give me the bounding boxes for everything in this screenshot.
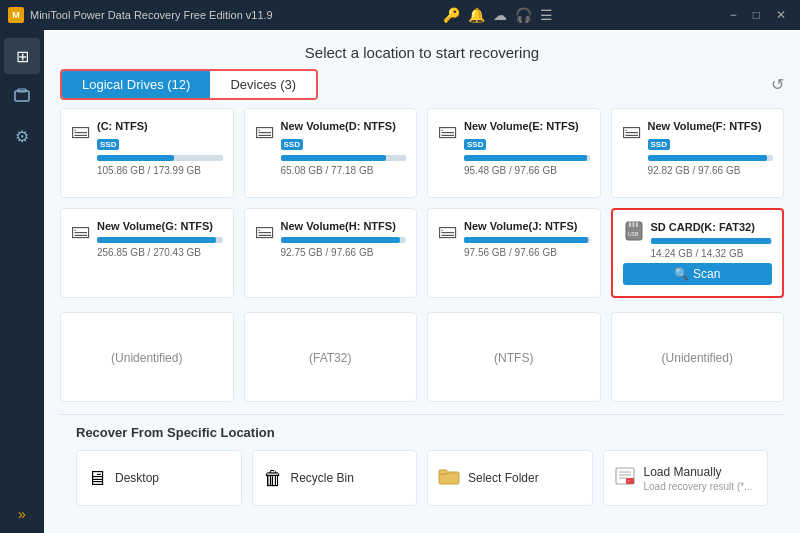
refresh-button[interactable]: ↺: [771, 75, 784, 94]
bell-icon[interactable]: 🔔: [468, 7, 485, 23]
drive-size-e: 95.48 GB / 97.66 GB: [464, 165, 590, 176]
ssd-badge-e: SSD: [464, 139, 486, 150]
drives-grid: 🖴 (C: NTFS) SSD 105.86 GB / 173.99 GB: [60, 108, 784, 298]
drive-icon-h: 🖴: [255, 219, 275, 242]
load-manually-label: Load Manually: [644, 465, 753, 479]
svg-rect-5: [636, 222, 638, 227]
drive-bar-bg-k: [651, 238, 773, 244]
drive-size-c: 105.86 GB / 173.99 GB: [97, 165, 223, 176]
specific-card-recycle-bin[interactable]: 🗑 Recycle Bin: [252, 450, 418, 506]
title-bar-icons: 🔑 🔔 ☁ 🎧 ☰: [443, 7, 553, 23]
section-divider: [60, 414, 784, 415]
app-body: ⊞ ⚙ » Select a location to start recover…: [0, 30, 800, 533]
drive-name-f: New Volume(F: NTFS): [648, 119, 774, 133]
scan-button[interactable]: 🔍 Scan: [623, 263, 773, 285]
drive-bar-bg-f: [648, 155, 774, 161]
drive-card-f[interactable]: 🖴 New Volume(F: NTFS) SSD 92.82 GB / 97.…: [611, 108, 785, 198]
desktop-label: Desktop: [115, 471, 159, 485]
window-controls: − □ ✕: [724, 6, 792, 24]
minimize-button[interactable]: −: [724, 6, 743, 24]
drive-card-h[interactable]: 🖴 New Volume(H: NTFS) 92.75 GB / 97.66 G…: [244, 208, 418, 298]
drive-bar-fill-k: [651, 238, 771, 244]
ntfs-label: (NTFS): [494, 351, 533, 365]
drive-card-unidentified-1[interactable]: (Unidentified): [60, 312, 234, 402]
unidentified-label-2: (Unidentified): [662, 351, 733, 365]
drive-card-unidentified-2[interactable]: (Unidentified): [611, 312, 785, 402]
drive-name-c: (C: NTFS): [97, 119, 223, 133]
drive-card-j[interactable]: 🖴 New Volume(J: NTFS) 97.56 GB / 97.66 G…: [427, 208, 601, 298]
specific-card-desktop[interactable]: 🖥 Desktop: [76, 450, 242, 506]
recycle-bin-icon: 🗑: [263, 467, 283, 490]
drive-bar-fill-c: [97, 155, 174, 161]
specific-card-load-manually[interactable]: ↑ Load Manually Load recovery result (*.…: [603, 450, 769, 506]
svg-rect-8: [439, 470, 447, 474]
page-header: Select a location to start recovering: [44, 30, 800, 69]
drive-card-k[interactable]: USB SD CARD(K: FAT32) 14.24 GB / 14.32 G…: [611, 208, 785, 298]
drive-bar-fill-h: [281, 237, 400, 243]
drive-card-g[interactable]: 🖴 New Volume(G: NTFS) 256.85 GB / 270.43…: [60, 208, 234, 298]
svg-rect-4: [632, 222, 634, 227]
ssd-badge-f: SSD: [648, 139, 670, 150]
drive-icon-d: 🖴: [255, 119, 275, 142]
drive-size-k: 14.24 GB / 14.32 GB: [651, 248, 773, 259]
expand-button[interactable]: »: [18, 506, 26, 522]
drive-icon-c: 🖴: [71, 119, 91, 142]
drive-bar-bg-c: [97, 155, 223, 161]
desktop-icon: 🖥: [87, 467, 107, 490]
headphone-icon[interactable]: 🎧: [515, 7, 532, 23]
tab-devices[interactable]: Devices (3): [210, 71, 316, 98]
drive-name-h: New Volume(H: NTFS): [281, 219, 407, 233]
drive-card-c[interactable]: 🖴 (C: NTFS) SSD 105.86 GB / 173.99 GB: [60, 108, 234, 198]
menu-icon[interactable]: ☰: [540, 7, 553, 23]
specific-location-title: Recover From Specific Location: [76, 425, 768, 440]
drive-card-fat32[interactable]: (FAT32): [244, 312, 418, 402]
drive-name-k: SD CARD(K: FAT32): [651, 220, 773, 234]
svg-text:USB: USB: [628, 231, 639, 237]
app-title: MiniTool Power Data Recovery Free Editio…: [30, 9, 273, 21]
select-folder-label: Select Folder: [468, 471, 539, 485]
drive-name-j: New Volume(J: NTFS): [464, 219, 590, 233]
drive-card-d[interactable]: 🖴 New Volume(D: NTFS) SSD 65.08 GB / 77.…: [244, 108, 418, 198]
page-title: Select a location to start recovering: [305, 44, 539, 61]
drives-section: 🖴 (C: NTFS) SSD 105.86 GB / 173.99 GB: [44, 108, 800, 533]
sidebar-item-recover[interactable]: [4, 78, 40, 114]
drive-size-g: 256.85 GB / 270.43 GB: [97, 247, 223, 258]
close-button[interactable]: ✕: [770, 6, 792, 24]
title-bar-left: M MiniTool Power Data Recovery Free Edit…: [8, 7, 273, 23]
drive-size-j: 97.56 GB / 97.66 GB: [464, 247, 590, 258]
select-folder-icon: [438, 467, 460, 490]
drive-icon-g: 🖴: [71, 219, 91, 242]
maximize-button[interactable]: □: [747, 6, 766, 24]
svg-text:↑: ↑: [627, 478, 630, 484]
specific-card-select-folder[interactable]: Select Folder: [427, 450, 593, 506]
drive-bar-fill-d: [281, 155, 386, 161]
drive-bar-bg-g: [97, 237, 223, 243]
load-manually-icon: ↑: [614, 466, 636, 491]
specific-location-section: Recover From Specific Location 🖥 Desktop…: [60, 425, 784, 516]
drive-size-h: 92.75 GB / 97.66 GB: [281, 247, 407, 258]
sidebar-item-settings[interactable]: ⚙: [4, 118, 40, 154]
drive-bar-bg-h: [281, 237, 407, 243]
sidebar: ⊞ ⚙ »: [0, 30, 44, 533]
key-icon[interactable]: 🔑: [443, 7, 460, 23]
drive-bar-bg-e: [464, 155, 590, 161]
ssd-badge-d: SSD: [281, 139, 303, 150]
cloud-icon[interactable]: ☁: [493, 7, 507, 23]
sidebar-bottom: »: [18, 505, 26, 523]
tabs-container: Logical Drives (12) Devices (3): [60, 69, 318, 100]
scan-icon: 🔍: [674, 267, 689, 281]
drive-icon-j: 🖴: [438, 219, 458, 242]
drive-bar-fill-f: [648, 155, 767, 161]
unidentified-drives-row: (Unidentified) (FAT32) (NTFS) (Unidentif…: [60, 312, 784, 402]
tabs-area: Logical Drives (12) Devices (3) ↺: [44, 69, 800, 100]
tab-logical-drives[interactable]: Logical Drives (12): [62, 71, 210, 98]
load-manually-sublabel: Load recovery result (*...: [644, 481, 753, 492]
drive-icon-k: USB: [623, 220, 645, 247]
drive-bar-fill-j: [464, 237, 588, 243]
sidebar-item-home[interactable]: ⊞: [4, 38, 40, 74]
svg-rect-3: [629, 222, 631, 227]
drive-card-ntfs[interactable]: (NTFS): [427, 312, 601, 402]
drive-card-e[interactable]: 🖴 New Volume(E: NTFS) SSD 95.48 GB / 97.…: [427, 108, 601, 198]
ssd-badge-c: SSD: [97, 139, 119, 150]
specific-location-grid: 🖥 Desktop 🗑 Recycle Bin: [76, 450, 768, 506]
